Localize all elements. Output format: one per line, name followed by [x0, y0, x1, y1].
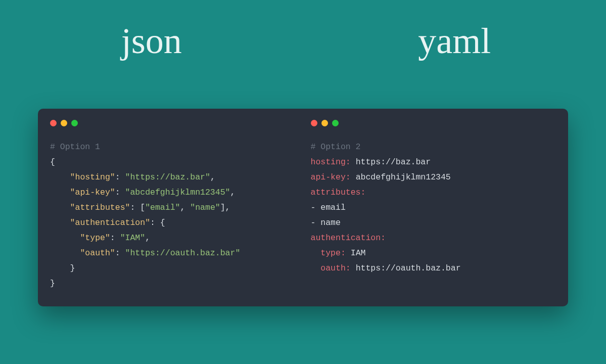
colon: :: [130, 203, 140, 212]
ykey-hosting: hosting:: [311, 157, 351, 167]
json-code: # Option 1 { "hosting": "https://baz.bar…: [50, 140, 296, 291]
colon: :: [150, 218, 160, 228]
indent: [50, 261, 70, 276]
ykey-auth: authentication:: [311, 233, 386, 243]
val-attr1: "name": [190, 203, 220, 212]
yval-type: IAM: [351, 248, 366, 258]
val-type: "IAM": [120, 233, 146, 243]
ykey-type: type:: [320, 248, 346, 258]
indent: [50, 246, 80, 261]
yaml-comment: # Option 2: [311, 142, 361, 152]
colon: :: [110, 233, 120, 243]
zoom-icon: [332, 120, 339, 126]
yval-oauth: https://oauth.baz.bar: [356, 263, 461, 273]
indent: [50, 231, 80, 246]
indent: [311, 246, 321, 261]
yaml-code: # Option 2 hosting: https://baz.bar api-…: [311, 140, 556, 276]
minimize-icon: [61, 120, 67, 126]
yval-attr0: email: [320, 203, 346, 212]
key-auth: "authentication": [70, 218, 150, 228]
titles-row: json yaml: [0, 20, 606, 62]
dash: -: [311, 203, 321, 212]
yval-apikey: abcdefghijklmn12345: [356, 172, 451, 182]
yaml-pane: # Option 2 hosting: https://baz.bar api-…: [311, 120, 556, 291]
val-hosting: "https://baz.bar": [125, 172, 210, 182]
key-type: "type": [80, 233, 110, 243]
minimize-icon: [321, 120, 328, 126]
code-window: # Option 1 { "hosting": "https://baz.bar…: [38, 109, 568, 306]
colon: :: [115, 172, 125, 182]
json-pane: # Option 1 { "hosting": "https://baz.bar…: [50, 120, 296, 291]
title-yaml: yaml: [303, 20, 607, 62]
comma: ,: [225, 203, 230, 212]
brace-open: {: [50, 157, 55, 167]
comma: ,: [210, 172, 215, 182]
yval-attr1: name: [320, 218, 341, 228]
json-comment: # Option 1: [50, 142, 100, 152]
ykey-oauth: oauth:: [320, 263, 350, 273]
comma: ,: [230, 188, 235, 197]
indent: [50, 185, 70, 200]
brace-close: }: [50, 279, 55, 288]
key-apikey: "api-key": [70, 188, 115, 197]
colon: :: [115, 248, 125, 258]
ykey-apikey: api-key:: [311, 172, 351, 182]
indent: [311, 261, 321, 276]
brace-close: }: [70, 263, 75, 273]
colon: :: [115, 188, 125, 197]
val-attr0: "email": [145, 203, 180, 212]
bracket-open: [: [140, 203, 145, 212]
brace-open: {: [160, 218, 165, 228]
close-icon: [311, 120, 317, 126]
yval-hosting: https://baz.bar: [356, 157, 431, 167]
comma: ,: [180, 203, 185, 212]
bracket-close: ]: [220, 203, 225, 212]
indent: [50, 200, 70, 215]
indent: [50, 170, 70, 185]
comma: ,: [145, 233, 150, 243]
ykey-attrs: attributes:: [311, 188, 366, 197]
title-json: json: [0, 20, 303, 62]
traffic-lights-left: [50, 120, 296, 126]
traffic-lights-right: [311, 120, 556, 126]
close-icon: [50, 120, 57, 126]
indent: [50, 215, 70, 231]
val-apikey: "abcdefghijklmn12345": [125, 188, 230, 197]
dash: -: [311, 218, 321, 228]
key-oauth: "oauth": [80, 248, 115, 258]
zoom-icon: [71, 120, 78, 126]
key-attrs: "attributes": [70, 203, 130, 212]
key-hosting: "hosting": [70, 172, 115, 182]
val-oauth: "https://oauth.baz.bar": [125, 248, 241, 258]
